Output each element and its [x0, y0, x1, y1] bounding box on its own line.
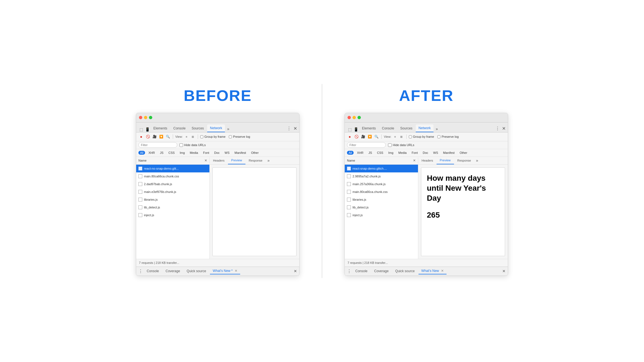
minimize-dot[interactable]: [144, 116, 147, 119]
after-tab-console[interactable]: Console: [379, 124, 397, 132]
after-file-item-1[interactable]: 2.9895a7a2.chunk.js: [345, 172, 418, 180]
after-close-dot[interactable]: [348, 116, 351, 119]
preserve-log-checkbox[interactable]: [229, 135, 232, 138]
tab-network[interactable]: Network: [207, 124, 225, 132]
preserve-log-label[interactable]: Preserve log: [229, 135, 250, 138]
list-view-button[interactable]: ≡: [184, 134, 189, 139]
after-search-icon[interactable]: 🔍: [374, 134, 379, 139]
after-type-doc[interactable]: Doc: [421, 151, 430, 155]
after-file-item-3[interactable]: main.80ca66ca.chunk.css: [345, 188, 418, 196]
after-kebab-icon[interactable]: ⋮: [495, 126, 500, 131]
file-item-6[interactable]: inject.js: [136, 211, 209, 219]
after-preserve-log-checkbox[interactable]: [437, 135, 440, 138]
after-hide-data-label[interactable]: Hide data URLs: [388, 143, 414, 147]
close-icon[interactable]: ✕: [293, 126, 297, 131]
after-detail-tab-headers[interactable]: Headers: [418, 157, 437, 164]
after-clear-button[interactable]: 🚫: [354, 134, 359, 139]
after-panel-close-button[interactable]: ✕: [413, 159, 416, 162]
after-tab-network[interactable]: Network: [416, 124, 433, 132]
inspect-icon[interactable]: ⬚: [138, 127, 144, 132]
after-close-icon[interactable]: ✕: [502, 126, 506, 131]
after-tabs-more-icon[interactable]: »: [434, 126, 440, 132]
type-xhr[interactable]: XHR: [147, 151, 156, 155]
close-dot[interactable]: [139, 116, 142, 119]
after-record-button[interactable]: ●: [347, 134, 353, 139]
after-bottom-tab-quick-source[interactable]: Quick source: [392, 268, 417, 274]
filter-input[interactable]: [138, 142, 177, 148]
bottom-tab-quick-source[interactable]: Quick source: [184, 268, 209, 274]
after-detail-tabs-more[interactable]: »: [474, 158, 480, 163]
after-filter-input[interactable]: [347, 142, 386, 148]
file-item-0[interactable]: react-no-snap-demo.glit...: [136, 165, 209, 172]
file-item-2[interactable]: 2.dad97bab.chunk.js: [136, 180, 209, 188]
bottom-tab-console[interactable]: Console: [144, 268, 162, 274]
type-manifest[interactable]: Manifest: [233, 151, 248, 155]
tabs-more-icon[interactable]: »: [225, 126, 231, 132]
after-bottom-more-icon[interactable]: ⋮: [347, 269, 351, 274]
type-font[interactable]: Font: [201, 151, 211, 155]
after-bottom-tab-console[interactable]: Console: [353, 268, 370, 274]
detail-tab-headers[interactable]: Headers: [210, 157, 228, 164]
tab-elements[interactable]: Elements: [151, 124, 170, 132]
after-bottom-tab-close-icon[interactable]: ✕: [441, 269, 444, 273]
after-inspect-icon[interactable]: ⬚: [347, 127, 353, 132]
type-other[interactable]: Other: [249, 151, 260, 155]
bottom-bar-close-icon[interactable]: ✕: [294, 269, 297, 273]
detail-tabs-more[interactable]: »: [266, 158, 271, 163]
bottom-tab-close-icon[interactable]: ✕: [235, 269, 237, 273]
after-minimize-dot[interactable]: [353, 116, 356, 119]
group-by-frame-label[interactable]: Group by frame: [200, 135, 225, 138]
after-bottom-tab-coverage[interactable]: Coverage: [371, 268, 391, 274]
file-item-5[interactable]: lib_detect.js: [136, 203, 209, 211]
hide-data-checkbox[interactable]: [179, 143, 183, 147]
after-bottom-tab-whats-new[interactable]: What's New ✕: [419, 268, 447, 274]
group-by-frame-checkbox[interactable]: [200, 135, 203, 138]
after-group-by-frame-label[interactable]: Group by frame: [409, 135, 434, 138]
after-preserve-log-label[interactable]: Preserve log: [437, 135, 459, 138]
file-item-4[interactable]: libraries.js: [136, 196, 209, 203]
panel-close-button[interactable]: ✕: [204, 159, 207, 162]
type-img[interactable]: Img: [178, 151, 186, 155]
type-media[interactable]: Media: [188, 151, 200, 155]
after-tab-elements[interactable]: Elements: [359, 124, 379, 132]
after-detail-tab-preview[interactable]: Preview: [437, 157, 454, 164]
after-file-item-2[interactable]: main.257a366a.chunk.js: [345, 180, 418, 188]
bottom-tab-coverage[interactable]: Coverage: [163, 268, 183, 274]
tab-console[interactable]: Console: [171, 124, 188, 132]
after-list-view-button[interactable]: ≡: [392, 134, 398, 139]
fetch-button[interactable]: 🎥: [152, 134, 157, 139]
after-tab-sources[interactable]: Sources: [397, 124, 415, 132]
after-type-xhr[interactable]: XHR: [355, 151, 365, 155]
after-type-css[interactable]: CSS: [375, 151, 385, 155]
type-js[interactable]: JS: [158, 151, 165, 155]
detail-tab-preview[interactable]: Preview: [228, 157, 245, 164]
record-button[interactable]: ●: [138, 134, 144, 139]
hide-data-label[interactable]: Hide data URLs: [179, 143, 206, 147]
after-type-other[interactable]: Other: [458, 151, 469, 155]
tab-sources[interactable]: Sources: [189, 124, 207, 132]
after-file-item-5[interactable]: lib_detect.js: [345, 203, 418, 211]
bottom-tab-whats-new[interactable]: What's New * ✕: [210, 268, 240, 274]
after-group-by-frame-checkbox[interactable]: [409, 135, 412, 138]
after-type-media[interactable]: Media: [397, 151, 408, 155]
after-tree-view-button[interactable]: ⊞: [399, 134, 404, 139]
after-maximize-dot[interactable]: [358, 116, 361, 119]
after-filter-icon[interactable]: 🔽: [367, 134, 372, 139]
after-type-ws[interactable]: WS: [432, 151, 440, 155]
device-icon[interactable]: 📱: [144, 127, 150, 132]
file-item-1[interactable]: main.80ca66ca.chunk.css: [136, 172, 209, 180]
search-icon[interactable]: 🔍: [165, 134, 171, 139]
after-hide-data-checkbox[interactable]: [388, 143, 392, 147]
bottom-more-icon[interactable]: ⋮: [138, 269, 143, 274]
filter-icon[interactable]: 🔽: [158, 134, 164, 139]
type-doc[interactable]: Doc: [212, 151, 221, 155]
after-file-item-6[interactable]: inject.js: [345, 211, 418, 219]
after-file-item-0[interactable]: react-snap-demo.glitch....: [345, 165, 418, 172]
kebab-icon[interactable]: ⋮: [287, 126, 291, 131]
after-type-manifest[interactable]: Manifest: [442, 151, 457, 155]
after-file-item-4[interactable]: libraries.js: [345, 196, 418, 203]
after-type-font[interactable]: Font: [410, 151, 419, 155]
type-all[interactable]: All: [138, 151, 145, 155]
after-device-icon[interactable]: 📱: [353, 127, 359, 132]
type-css[interactable]: CSS: [167, 151, 176, 155]
